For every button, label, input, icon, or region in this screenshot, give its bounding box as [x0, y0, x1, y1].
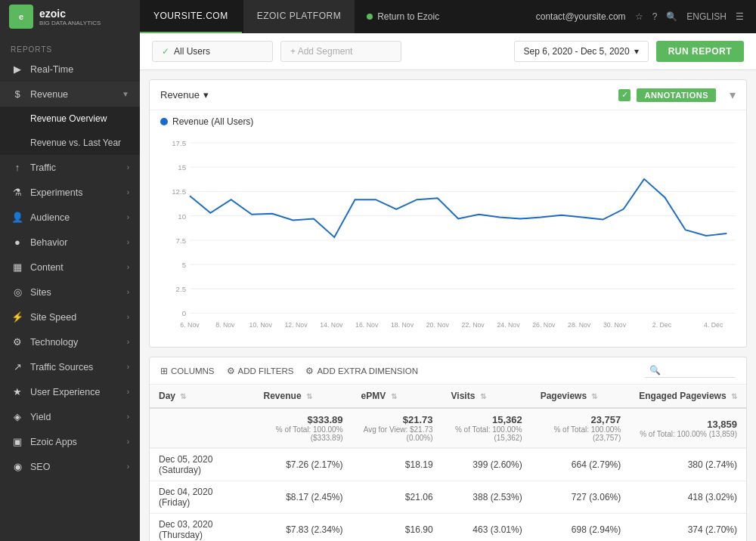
date-range-picker[interactable]: Sep 6, 2020 - Dec 5, 2020 ▾: [514, 41, 649, 62]
row-2-visits: 463 (3.01%): [442, 514, 531, 542]
audience-arrow: ›: [127, 213, 129, 221]
col-pageviews[interactable]: Pageviews ⇅: [531, 385, 631, 408]
sidebar-item-yield[interactable]: ◈ Yield ›: [0, 404, 140, 429]
svg-text:12.5: 12.5: [172, 187, 187, 196]
add-filters-button[interactable]: ⚙ ADD FILTERS: [227, 366, 294, 376]
table-search: [645, 363, 736, 378]
dimension-icon: ⚙: [305, 366, 314, 376]
col-revenue[interactable]: Revenue ⇅: [255, 385, 352, 408]
table-search-input[interactable]: [645, 363, 736, 378]
svg-text:8. Nov: 8. Nov: [215, 321, 235, 329]
row-1-visits: 388 (2.53%): [442, 481, 531, 514]
columns-button[interactable]: ⊞ COLUMNS: [160, 366, 215, 376]
svg-text:18. Nov: 18. Nov: [391, 321, 414, 329]
experiments-arrow: ›: [127, 188, 129, 196]
sidebar-item-site-speed[interactable]: ⚡ Site Speed ›: [0, 305, 140, 329]
sidebar-item-sites[interactable]: ◎ Sites ›: [0, 280, 140, 305]
nav-tab-yoursite[interactable]: YOURSITE.COM: [140, 0, 242, 33]
annotations-checkbox[interactable]: ✓: [618, 89, 631, 101]
help-icon[interactable]: ?: [652, 11, 658, 22]
add-segment-button[interactable]: + Add Segment: [280, 41, 401, 62]
sidebar-item-seo[interactable]: ◉ SEO ›: [0, 454, 140, 479]
main-layout: REPORTS ▶ Real-Time $ Revenue ▼ Revenue …: [0, 33, 756, 541]
sites-icon: ◎: [11, 286, 24, 298]
col-day[interactable]: Day ⇅: [150, 385, 255, 408]
filter-icon: ⚙: [227, 366, 235, 376]
row-0-engaged: 380 (2.74%): [630, 448, 746, 481]
row-0-revenue: $7.26 (2.17%): [255, 448, 352, 481]
sort-icon-epmv: ⇅: [391, 392, 397, 400]
sidebar-item-technology[interactable]: ⚙ Technology ›: [0, 329, 140, 354]
segment-all-users[interactable]: ✓ All Users: [152, 41, 273, 62]
totals-epmv-cell: $21.73 Avg for View: $21.73 (0.00%): [352, 408, 442, 448]
technology-arrow: ›: [127, 338, 129, 346]
table-toolbar: ⊞ COLUMNS ⚙ ADD FILTERS ⚙ ADD EXTRA DIME…: [150, 357, 746, 385]
row-2-pageviews: 698 (2.94%): [531, 514, 631, 542]
traffic-arrow: ›: [127, 163, 129, 172]
svg-text:15: 15: [178, 163, 186, 172]
sidebar-item-content[interactable]: ▦ Content ›: [0, 255, 140, 280]
row-2-revenue: $7.83 (2.34%): [255, 514, 352, 542]
star-icon[interactable]: ☆: [635, 11, 643, 22]
svg-text:14. Nov: 14. Nov: [320, 321, 343, 329]
language-selector[interactable]: ENGLISH: [686, 11, 727, 22]
chart-title-button[interactable]: Revenue ▾: [160, 89, 209, 100]
sidebar-item-experiments[interactable]: ⚗ Experiments ›: [0, 180, 140, 205]
sidebar-item-revenue-overview[interactable]: Revenue Overview: [0, 107, 140, 131]
sidebar-item-traffic-sources[interactable]: ↗ Traffic Sources ›: [0, 354, 140, 379]
return-dot: [367, 14, 373, 20]
svg-text:5: 5: [182, 261, 187, 269]
col-epmv[interactable]: ePMV ⇅: [352, 385, 442, 408]
sidebar-item-revenue-last-year[interactable]: Revenue vs. Last Year: [0, 131, 140, 155]
sidebar-item-revenue[interactable]: $ Revenue ▼: [0, 82, 140, 107]
traffic-icon: ↑: [11, 162, 24, 173]
svg-text:24. Nov: 24. Nov: [497, 321, 520, 329]
sidebar-item-user-experience[interactable]: ★ User Experience ›: [0, 379, 140, 404]
experiments-icon: ⚗: [11, 187, 24, 198]
revenue-icon: $: [11, 88, 24, 100]
totals-revenue-cell: $333.89 % of Total: 100.00% ($333.89): [255, 408, 352, 448]
run-report-button[interactable]: RUN REPORT: [656, 41, 744, 62]
trafficsources-arrow: ›: [127, 363, 129, 371]
yield-icon: ◈: [11, 411, 24, 422]
top-navigation: e ezoic BIG DATA ANALYTICS YOURSITE.COM …: [0, 0, 756, 33]
behavior-icon: ●: [11, 236, 24, 248]
sort-icon-day: ⇅: [180, 392, 186, 400]
behavior-arrow: ›: [127, 238, 129, 246]
svg-text:20. Nov: 20. Nov: [426, 321, 450, 329]
svg-text:0: 0: [182, 309, 187, 317]
table-row: Dec 05, 2020 (Saturday) $7.26 (2.17%) $1…: [150, 448, 746, 481]
col-visits[interactable]: Visits ⇅: [442, 385, 531, 408]
sitespeed-arrow: ›: [127, 313, 129, 321]
sidebar-item-ezoic-apps[interactable]: ▣ Ezoic Apps ›: [0, 429, 140, 454]
revenue-arrow: ▼: [122, 90, 129, 98]
table-row: Dec 03, 2020 (Thursday) $7.83 (2.34%) $1…: [150, 514, 746, 542]
chart-section: Revenue ▾ ✓ ANNOTATIONS ▾ Revenue (All U…: [149, 79, 747, 348]
row-0-day: Dec 05, 2020 (Saturday): [150, 448, 255, 481]
annotations-button[interactable]: ANNOTATIONS: [637, 88, 716, 102]
seo-arrow: ›: [127, 462, 129, 471]
logo-area: e ezoic BIG DATA ANALYTICS: [0, 0, 140, 33]
add-extra-dimension-button[interactable]: ⚙ ADD EXTRA DIMENSION: [305, 366, 418, 376]
nav-tab-ezoic-platform[interactable]: EZOIC PLATFORM: [243, 0, 355, 33]
hamburger-icon[interactable]: ☰: [736, 11, 744, 22]
svg-text:22. Nov: 22. Nov: [462, 321, 485, 329]
sidebar-item-realtime[interactable]: ▶ Real-Time: [0, 57, 140, 82]
row-2-day: Dec 03, 2020 (Thursday): [150, 514, 255, 542]
segment-check-icon: ✓: [162, 46, 169, 57]
sidebar-item-audience[interactable]: 👤 Audience ›: [0, 205, 140, 230]
ezoicapps-icon: ▣: [11, 436, 24, 447]
toolbar-row: ✓ All Users + Add Segment Sep 6, 2020 - …: [140, 33, 756, 70]
sidebar-item-behavior[interactable]: ● Behavior ›: [0, 230, 140, 255]
ux-arrow: ›: [127, 388, 129, 396]
trafficsources-icon: ↗: [11, 361, 24, 373]
row-0-pageviews: 664 (2.79%): [531, 448, 631, 481]
nav-return-ezoic[interactable]: Return to Ezoic: [355, 0, 451, 33]
sidebar-item-traffic[interactable]: ↑ Traffic ›: [0, 155, 140, 180]
sitespeed-icon: ⚡: [11, 311, 24, 323]
col-engaged-pageviews[interactable]: Engaged Pageviews ⇅: [630, 385, 746, 408]
search-icon[interactable]: 🔍: [666, 11, 677, 22]
chart-header: Revenue ▾ ✓ ANNOTATIONS ▾: [150, 80, 746, 110]
nav-right-area: contact@yoursite.com ☆ ? 🔍 ENGLISH ☰: [536, 11, 756, 22]
chart-collapse-icon[interactable]: ▾: [730, 88, 736, 102]
